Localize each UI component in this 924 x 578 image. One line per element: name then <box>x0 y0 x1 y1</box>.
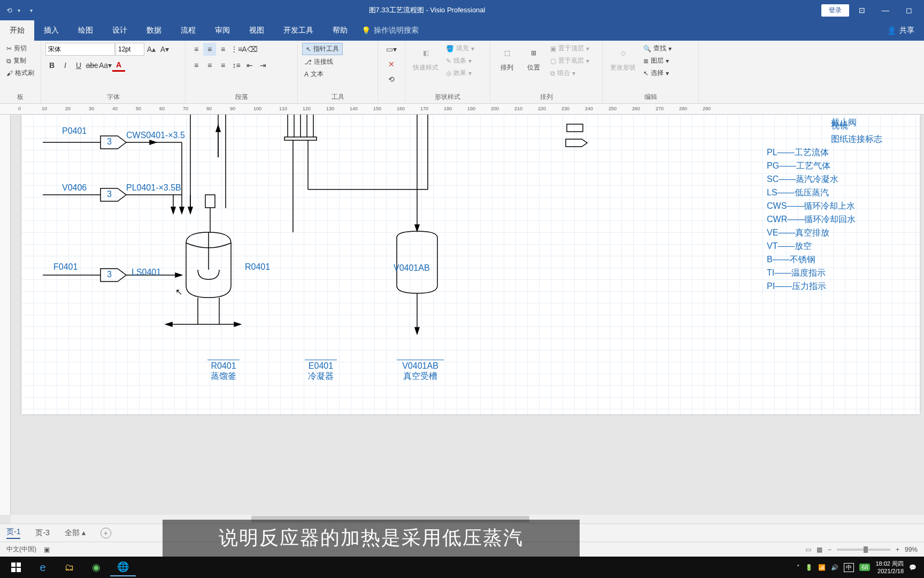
select-button[interactable]: ↖选择▾ <box>641 67 674 79</box>
underline-button[interactable]: U <box>72 59 85 72</box>
ruler-vertical[interactable] <box>0 115 11 515</box>
change-shape-button[interactable]: ◇ 更改形状 <box>607 43 639 73</box>
effects-button[interactable]: ◎效果▾ <box>444 67 476 79</box>
align-right-button[interactable]: ≡ <box>217 59 229 72</box>
label-v0406: V0406 <box>62 183 87 193</box>
rectangle-tool-button[interactable]: ▭▾ <box>385 43 398 56</box>
cut-button[interactable]: ✂剪切 <box>4 43 36 54</box>
increase-font-button[interactable]: A▴ <box>145 43 158 56</box>
increase-indent-button[interactable]: ⇥ <box>257 59 270 72</box>
group-arrange: ⬚ 排列 ⊞ 位置 ▣置于顶层▾ ▢置于底层▾ ⧉组合▾ 排列 <box>490 41 603 103</box>
drawing-page[interactable]: P0401 CWS0401-×3.5 3 V0406 PL0401-×3.5B … <box>21 115 920 414</box>
delete-tool-button[interactable]: ✕ <box>385 58 398 71</box>
tab-home[interactable]: 开始 <box>0 20 34 41</box>
decrease-indent-button[interactable]: ⇤ <box>243 59 256 72</box>
share-button[interactable]: 👤 共享 <box>877 20 924 41</box>
tray-volume-icon[interactable]: 🔊 <box>831 564 838 571</box>
quick-styles-icon: ◧ <box>417 44 435 62</box>
group-shapes-button[interactable]: ⧉组合▾ <box>548 67 591 79</box>
tray-icon-2[interactable]: 📶 <box>818 564 826 571</box>
tell-me-search[interactable]: 💡 操作说明搜索 <box>361 20 419 41</box>
rotate-tool-button[interactable]: ⟲ <box>385 73 398 86</box>
bullets-button[interactable]: ⋮≡ <box>230 43 243 56</box>
strike-button[interactable]: abc <box>86 59 98 72</box>
zoom-slider[interactable] <box>837 549 890 551</box>
change-case-button[interactable]: Aa▾ <box>99 59 112 72</box>
page-tab-all[interactable]: 全部 ▴ <box>65 528 86 538</box>
ribbon-display-icon[interactable]: ⊡ <box>851 2 873 18</box>
tab-help[interactable]: 帮助 <box>323 20 357 41</box>
bold-button[interactable]: B <box>45 59 58 72</box>
tab-design[interactable]: 设计 <box>103 20 137 41</box>
position-button[interactable]: ⊞ 位置 <box>521 43 546 73</box>
decrease-font-button[interactable]: A▾ <box>158 43 171 56</box>
presentation-mode-icon[interactable]: ▭ <box>805 546 811 553</box>
tab-review[interactable]: 审阅 <box>205 20 240 41</box>
taskbar-clock[interactable]: 18:02 周四 2021/2/18 <box>875 560 904 575</box>
ime-indicator[interactable]: 中 <box>844 563 854 572</box>
zoom-out-button[interactable]: − <box>828 546 831 553</box>
format-painter-button[interactable]: 🖌格式刷 <box>4 67 36 79</box>
video-caption: 说明反应器的加热是采用低压蒸汽 <box>163 520 580 557</box>
font-name-select[interactable] <box>45 43 115 56</box>
font-color-button[interactable]: A <box>112 59 125 72</box>
autosave-icon[interactable]: ⟲ <box>6 6 12 14</box>
qat-dropdown-icon[interactable]: ▾ <box>18 7 20 13</box>
fill-button[interactable]: 🪣填充▾ <box>444 43 476 54</box>
clear-format-button[interactable]: A⌫ <box>243 43 256 56</box>
tab-data[interactable]: 数据 <box>137 20 171 41</box>
find-button[interactable]: 🔍查找▾ <box>641 43 674 54</box>
add-page-button[interactable]: + <box>101 528 111 538</box>
tray-icon-1[interactable]: 🔋 <box>805 564 813 571</box>
copy-button[interactable]: ⧉复制 <box>4 55 36 66</box>
conn-3-a: 3 <box>107 137 112 147</box>
page-tab-3[interactable]: 页-3 <box>35 528 49 538</box>
start-button[interactable] <box>3 558 29 576</box>
legend: 截止阀 视镜 图纸连接标志 PL——工艺流体 PG——工艺气体 SC——蒸汽冷凝… <box>767 119 882 293</box>
taskbar-explorer[interactable]: 🗂 <box>57 558 82 576</box>
tray-chevron-icon[interactable]: ˄ <box>797 564 800 571</box>
align-top-button[interactable]: ≡ <box>190 43 203 56</box>
line-button[interactable]: ✎线条▾ <box>444 55 476 66</box>
tray-temp-badge[interactable]: 68 <box>859 564 870 571</box>
tab-process[interactable]: 流程 <box>171 20 205 41</box>
font-size-select[interactable] <box>116 43 144 56</box>
taskbar-app-1[interactable]: ◉ <box>83 558 109 576</box>
fit-window-icon[interactable]: ▦ <box>817 546 822 553</box>
connector-tool-button[interactable]: ⎇连接线 <box>302 56 335 67</box>
tab-devtools[interactable]: 开发工具 <box>274 20 323 41</box>
align-left-button[interactable]: ≡ <box>190 59 203 72</box>
minimize-button[interactable]: — <box>875 2 896 18</box>
taskbar-ie[interactable]: e <box>30 558 56 576</box>
line-icon: ✎ <box>446 57 451 65</box>
pointer-tool-button[interactable]: ↖指针工具 <box>302 43 343 55</box>
svg-rect-42 <box>17 562 21 567</box>
align-middle-button[interactable]: ≡ <box>203 43 216 56</box>
macro-record-icon[interactable]: ▣ <box>44 546 50 553</box>
italic-button[interactable]: I <box>59 59 72 72</box>
login-button[interactable]: 登录 <box>821 4 849 17</box>
align-bottom-button[interactable]: ≡ <box>217 43 229 56</box>
tab-view[interactable]: 视图 <box>240 20 274 41</box>
maximize-button[interactable]: ◻ <box>898 2 920 18</box>
tab-insert[interactable]: 插入 <box>34 20 68 41</box>
quick-styles-button[interactable]: ◧ 快速样式 <box>410 43 442 73</box>
page-tab-1[interactable]: 页-1 <box>6 527 20 539</box>
canvas[interactable]: P0401 CWS0401-×3.5 3 V0406 PL0401-×3.5B … <box>11 115 924 515</box>
line-spacing-button[interactable]: ↕≡ <box>230 59 243 72</box>
zoom-value[interactable]: 99% <box>905 546 918 553</box>
group-tools: ↖指针工具 ⎇连接线 A文本 工具 <box>298 41 378 103</box>
bring-front-button[interactable]: ▣置于顶层▾ <box>548 43 591 54</box>
ruler-horizontal[interactable]: 010 2030 4050 6070 8090 100110 120130 14… <box>0 104 924 115</box>
taskbar-chrome[interactable]: 🌐 <box>110 558 136 576</box>
text-tool-button[interactable]: A文本 <box>302 69 326 80</box>
arrange-button[interactable]: ⬚ 排列 <box>495 43 519 73</box>
zoom-in-button[interactable]: + <box>896 546 899 553</box>
align-center-button[interactable]: ≡ <box>203 59 216 72</box>
status-language[interactable]: 中文(中国) <box>6 545 36 554</box>
label-v-bottom: V0401AB真空受槽 <box>397 360 444 382</box>
send-back-button[interactable]: ▢置于底层▾ <box>548 55 591 66</box>
tab-draw[interactable]: 绘图 <box>68 20 103 41</box>
layers-button[interactable]: ≣图层▾ <box>641 55 674 66</box>
notification-icon[interactable]: 💬 <box>909 564 917 571</box>
